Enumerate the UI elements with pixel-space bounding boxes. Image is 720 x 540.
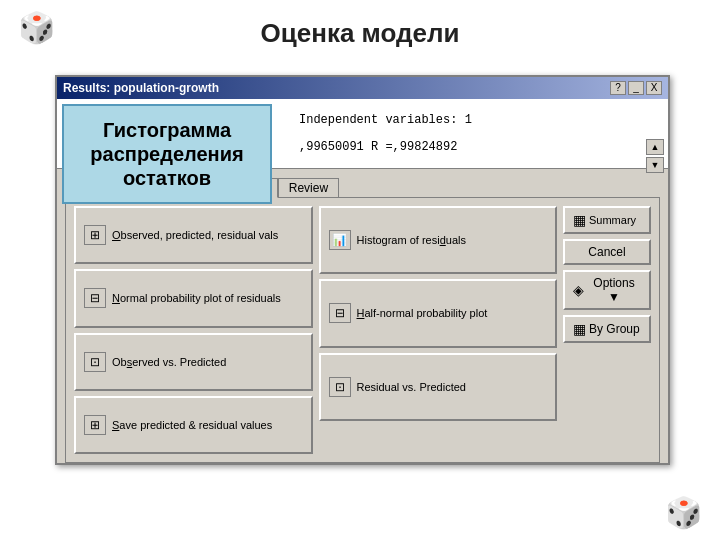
cancel-label: Cancel bbox=[588, 245, 625, 259]
tab-review[interactable]: Review bbox=[278, 178, 339, 198]
callout-text: Гистограмма распределения остатков bbox=[72, 118, 262, 190]
observed-vs-pred-label: Observed vs. Predicted bbox=[112, 356, 226, 368]
half-normal-button[interactable]: ⊟ Half-normal probability plot bbox=[319, 279, 558, 347]
info-line-1: Independent variables: 1 bbox=[299, 113, 656, 127]
observed-vs-pred-icon: ⊡ bbox=[84, 352, 106, 372]
normal-prob-label: Normal probability plot of residuals bbox=[112, 292, 281, 304]
dice-icon-top: 🎲 bbox=[18, 10, 55, 45]
info-area: Гистограмма распределения остатков Indep… bbox=[57, 99, 668, 169]
results-window: Results: population-growth ? _ X Гистогр… bbox=[55, 75, 670, 465]
minimize-button[interactable]: _ bbox=[628, 81, 644, 95]
tabs-section: Quick Advanced Residuals Review ⊞ Observ… bbox=[57, 169, 668, 463]
normal-prob-plot-button[interactable]: ⊟ Normal probability plot of residuals bbox=[74, 269, 313, 327]
save-pred-icon: ⊞ bbox=[84, 415, 106, 435]
observed-predicted-button[interactable]: ⊞ Observed, predicted, residual vals bbox=[74, 206, 313, 264]
scroll-area: ▲ ▼ bbox=[646, 139, 664, 173]
cancel-button[interactable]: Cancel bbox=[563, 239, 651, 265]
save-predicted-button[interactable]: ⊞ Save predicted & residual values bbox=[74, 396, 313, 454]
close-button[interactable]: X bbox=[646, 81, 662, 95]
callout-box: Гистограмма распределения остатков bbox=[62, 104, 272, 204]
histogram-label: Histogram of residuals bbox=[357, 234, 466, 246]
by-group-icon: ▦ bbox=[573, 321, 586, 337]
right-button-column: 📊 Histogram of residuals ⊟ Half-normal p… bbox=[319, 206, 558, 454]
window-title: Results: population-growth bbox=[63, 81, 219, 95]
residual-vs-pred-label: Residual vs. Predicted bbox=[357, 381, 466, 393]
left-button-column: ⊞ Observed, predicted, residual vals ⊟ N… bbox=[74, 206, 313, 454]
summary-button[interactable]: ▦ Summary bbox=[563, 206, 651, 234]
observed-predicted-label: Observed, predicted, residual vals bbox=[112, 229, 278, 241]
summary-label: Summary bbox=[589, 214, 636, 226]
half-normal-icon: ⊟ bbox=[329, 303, 351, 323]
title-bar: Results: population-growth ? _ X bbox=[57, 77, 668, 99]
tab-panel: ⊞ Observed, predicted, residual vals ⊟ N… bbox=[65, 197, 660, 463]
observed-predicted-icon: ⊞ bbox=[84, 225, 106, 245]
empty-row bbox=[319, 426, 558, 454]
window-content: Гистограмма распределения остатков Indep… bbox=[57, 99, 668, 463]
residual-vs-pred-icon: ⊡ bbox=[329, 377, 351, 397]
observed-vs-predicted-button[interactable]: ⊡ Observed vs. Predicted bbox=[74, 333, 313, 391]
save-pred-label: Save predicted & residual values bbox=[112, 419, 272, 431]
histogram-icon: 📊 bbox=[329, 230, 351, 250]
by-group-button[interactable]: ▦ By Group bbox=[563, 315, 651, 343]
info-line-2: ,99650091 R =,99824892 bbox=[299, 140, 656, 154]
summary-icon: ▦ bbox=[573, 212, 586, 228]
options-label: Options ▼ bbox=[587, 276, 641, 304]
side-buttons: ▦ Summary Cancel ◈ Options ▼ ▦ By Group bbox=[563, 206, 651, 454]
page-title: Оценка модели bbox=[0, 0, 720, 61]
by-group-label: By Group bbox=[589, 322, 640, 336]
options-button[interactable]: ◈ Options ▼ bbox=[563, 270, 651, 310]
options-icon: ◈ bbox=[573, 282, 584, 298]
dice-icon-bottom: 🎲 bbox=[665, 495, 702, 530]
scroll-up-button[interactable]: ▲ bbox=[646, 139, 664, 155]
half-normal-label: Half-normal probability plot bbox=[357, 307, 488, 319]
histogram-button[interactable]: 📊 Histogram of residuals bbox=[319, 206, 558, 274]
help-button[interactable]: ? bbox=[610, 81, 626, 95]
scroll-down-button[interactable]: ▼ bbox=[646, 157, 664, 173]
title-bar-buttons: ? _ X bbox=[610, 81, 662, 95]
residual-vs-pred-button[interactable]: ⊡ Residual vs. Predicted bbox=[319, 353, 558, 421]
normal-prob-icon: ⊟ bbox=[84, 288, 106, 308]
